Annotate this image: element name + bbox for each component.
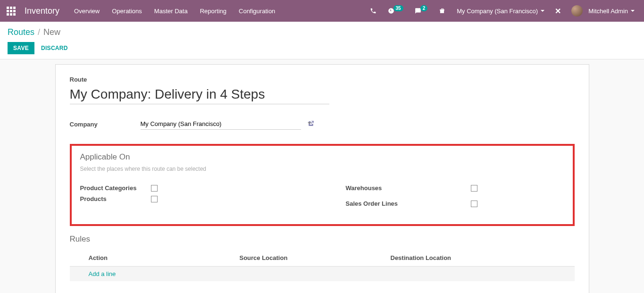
apps-menu-icon[interactable] — [0, 0, 22, 22]
nav-configuration[interactable]: Configuration — [233, 0, 281, 22]
rules-header: Action Source Location Destination Locat… — [70, 251, 575, 267]
applicable-on-section: Applicable On Select the places where th… — [70, 144, 575, 226]
route-name-input[interactable] — [70, 85, 329, 104]
top-nav-bar: Inventory Overview Operations Master Dat… — [0, 0, 644, 22]
applicable-on-subtitle: Select the places where this route can b… — [80, 166, 564, 172]
checkbox-warehouses[interactable] — [471, 185, 477, 192]
company-select[interactable] — [141, 118, 301, 130]
rules-section: Rules Action Source Location Destination… — [70, 234, 575, 281]
rules-col-source: Source Location — [240, 254, 391, 261]
app-brand[interactable]: Inventory — [22, 6, 68, 16]
save-button[interactable]: SAVE — [8, 42, 34, 54]
breadcrumb: Routes / New — [8, 27, 636, 37]
label-products: Products — [80, 195, 151, 202]
rules-col-destination: Destination Location — [391, 254, 575, 261]
gift-icon — [439, 8, 445, 14]
form-sheet: Route Company Applicable On Select the p… — [55, 64, 589, 293]
nav-items: Overview Operations Master Data Reportin… — [68, 0, 281, 22]
checkbox-product-categories[interactable] — [151, 185, 158, 192]
phone-button[interactable] — [365, 0, 381, 22]
form-scroll-area[interactable]: Route Company Applicable On Select the p… — [0, 59, 644, 293]
company-label: Company — [70, 121, 141, 128]
action-buttons: SAVE DISCARD — [8, 42, 636, 54]
route-label: Route — [70, 76, 575, 83]
check-row-warehouses: Warehouses — [346, 184, 564, 192]
nav-reporting[interactable]: Reporting — [194, 0, 233, 22]
nav-master-data[interactable]: Master Data — [148, 0, 194, 22]
user-name: Mitchell Admin — [588, 8, 628, 15]
chevron-down-icon — [631, 10, 635, 12]
user-menu[interactable]: Mitchell Admin — [567, 0, 639, 22]
apps-grid-icon — [7, 7, 16, 16]
close-button[interactable]: ✕ — [551, 7, 565, 16]
label-sales-order-lines: Sales Order Lines — [346, 200, 471, 207]
breadcrumb-current: New — [43, 27, 60, 37]
applicable-col-right: Warehouses Sales Order Lines — [346, 184, 564, 211]
applicable-col-left: Product Categories Products — [80, 184, 299, 211]
rules-title: Rules — [70, 234, 575, 244]
breadcrumb-root[interactable]: Routes — [8, 27, 34, 37]
check-row-sales-order-lines: Sales Order Lines — [346, 200, 564, 207]
gift-button[interactable] — [434, 0, 450, 22]
label-warehouses: Warehouses — [346, 184, 471, 192]
applicable-columns: Product Categories Products Warehouses S… — [80, 184, 564, 211]
company-select-wrap — [141, 118, 314, 130]
phone-icon — [370, 8, 376, 14]
activities-button[interactable]: 35 — [383, 0, 408, 22]
rules-table: Action Source Location Destination Locat… — [70, 251, 575, 281]
messages-badge: 2 — [420, 5, 428, 11]
activities-badge: 35 — [393, 5, 403, 11]
company-selector[interactable]: My Company (San Francisco) — [452, 0, 549, 22]
discard-button[interactable]: DISCARD — [41, 45, 68, 51]
chevron-down-icon — [541, 10, 544, 12]
label-product-categories: Product Categories — [80, 184, 151, 192]
checkbox-sales-order-lines[interactable] — [471, 201, 477, 207]
external-link-icon[interactable] — [308, 120, 314, 128]
chevron-down-icon[interactable] — [308, 122, 311, 124]
control-bar: Routes / New SAVE DISCARD — [0, 22, 644, 59]
rules-body: Add a line — [70, 267, 575, 281]
rules-col-action: Action — [89, 254, 240, 261]
company-row: Company — [70, 118, 575, 130]
topbar-right: 35 2 My Company (San Francisco) ✕ Mitche… — [365, 0, 639, 22]
breadcrumb-separator: / — [38, 27, 40, 37]
add-line-link[interactable]: Add a line — [89, 270, 116, 277]
company-name: My Company (San Francisco) — [457, 8, 538, 15]
checkbox-products[interactable] — [151, 196, 158, 202]
avatar — [571, 5, 583, 17]
nav-operations[interactable]: Operations — [106, 0, 148, 22]
check-row-products: Products — [80, 195, 299, 202]
applicable-on-title: Applicable On — [80, 152, 564, 162]
nav-overview[interactable]: Overview — [68, 0, 106, 22]
messages-button[interactable]: 2 — [410, 0, 433, 22]
check-row-product-categories: Product Categories — [80, 184, 299, 192]
